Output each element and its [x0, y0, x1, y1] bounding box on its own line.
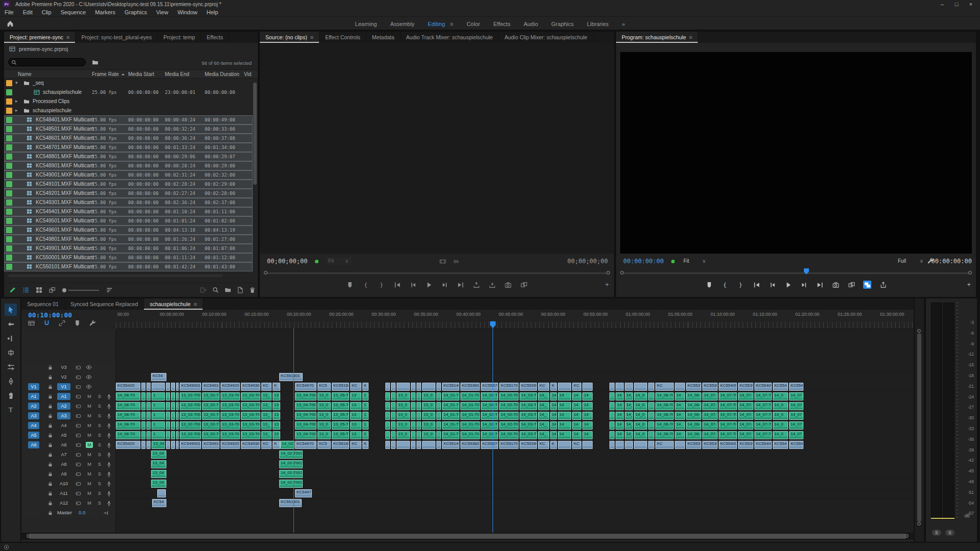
timeline-clip-video[interactable] — [385, 441, 390, 449]
lock-icon[interactable] — [47, 433, 53, 438]
transport-lift-button[interactable] — [473, 281, 481, 289]
timeline-clip-video[interactable]: KC54970 — [295, 383, 316, 391]
lock-icon[interactable] — [47, 404, 53, 409]
timeline-clip-audio[interactable]: 13_0 — [397, 402, 410, 410]
timeline-clip-audio[interactable] — [385, 402, 390, 410]
timeline-clip-audio[interactable] — [416, 431, 421, 439]
timeline-clip-video[interactable] — [422, 441, 435, 449]
timeline-clip-video[interactable] — [385, 383, 390, 391]
timeline-clip-video[interactable] — [146, 441, 151, 449]
timeline-clip-audio[interactable]: 14 — [582, 412, 593, 420]
timeline-clip-audio[interactable]: 14 — [582, 402, 593, 410]
program-resolution-select[interactable]: Full∨ — [898, 257, 923, 265]
timeline-clip-audio[interactable] — [141, 412, 145, 420]
timeline-clip-audio[interactable]: 13_03-T00 — [220, 402, 240, 410]
solo-left-button[interactable]: S — [932, 530, 941, 536]
timeline-clip-video[interactable]: KC554 — [789, 441, 803, 449]
patch-icon[interactable] — [76, 433, 81, 438]
label-color-chip[interactable] — [6, 236, 12, 242]
timeline-clip-video[interactable]: KC55390 — [702, 383, 718, 391]
timeline-clip-audio[interactable] — [171, 412, 175, 420]
track-target-a1[interactable]: A1 — [57, 393, 70, 400]
timeline-clip-video[interactable] — [166, 383, 170, 391]
transport-add-marker-button[interactable] — [705, 281, 713, 289]
timeline-clip-audio[interactable]: 13_02-T00 — [202, 402, 219, 410]
timeline-clip-audio[interactable]: 14_0 — [773, 402, 788, 410]
timeline-clip-audio[interactable]: 14_07 — [789, 421, 803, 430]
timeline-clip-audio[interactable]: 14_01-T00 — [442, 431, 459, 439]
menu-window[interactable]: Window — [173, 9, 202, 15]
timeline-clip-audio[interactable]: 13_0 — [422, 421, 435, 430]
solo-button-a9[interactable]: S — [96, 471, 103, 477]
timeline-clip-audio[interactable] — [436, 431, 441, 439]
timeline-clip-audio[interactable]: 14_01-T00 — [442, 402, 459, 410]
track-header-master[interactable]: Master0.0 — [21, 508, 116, 518]
program-current-timecode[interactable]: 00:00:00:00 — [623, 258, 664, 265]
timeline-clip-video[interactable] — [625, 383, 633, 391]
timeline-clip-audio[interactable]: 14 — [616, 392, 624, 400]
timeline-clip-video[interactable]: KC — [655, 441, 674, 449]
timeline-clip-audio[interactable]: 14 — [675, 412, 685, 420]
timeline-clip-video[interactable]: K — [550, 441, 557, 449]
timeline-link-button[interactable] — [59, 320, 65, 328]
timeline-clip-video[interactable] — [397, 383, 410, 391]
timeline-clip-audio[interactable]: 14_01-T00 — [460, 402, 480, 410]
timeline-clip-video[interactable]: KC55400 — [754, 441, 772, 449]
timeline-clip-video[interactable]: KC551701 — [499, 383, 519, 391]
timeline-clip-audio[interactable] — [166, 402, 170, 410]
patch-icon[interactable] — [76, 384, 81, 390]
timeline-clip-audio[interactable]: 14 — [675, 392, 685, 400]
timeline-clip-audio[interactable]: 14_07-T — [702, 402, 718, 410]
timeline-clip-audio[interactable]: 14_01-T00 — [442, 412, 459, 420]
column-header-media-end[interactable]: Media End — [165, 71, 189, 77]
timeline-clip-video[interactable]: KC549101 — [202, 383, 219, 391]
timeline-clip-audio[interactable]: 13_03-T00 — [241, 421, 260, 430]
timeline-clip-audio[interactable]: 14_07-T0 — [719, 431, 737, 439]
timeline-clip-video[interactable]: KC551601 — [332, 441, 349, 449]
transport-comparison-view-button[interactable] — [520, 281, 528, 289]
track-header-a2[interactable]: A2A2MS — [21, 402, 116, 411]
track-header-v1[interactable]: V1V1 — [21, 382, 116, 392]
timeline-clip-video[interactable] — [436, 441, 441, 449]
timeline-playhead[interactable] — [493, 321, 493, 533]
menu-file[interactable]: File — [0, 9, 18, 15]
timeline-clip-audio[interactable]: 13_0 — [422, 412, 435, 420]
solo-button-a7[interactable]: S — [96, 452, 103, 458]
timeline-clip-video[interactable]: KC — [350, 441, 361, 449]
close-button[interactable]: × — [964, 0, 978, 8]
timeline-clip-audio[interactable]: 14_07-T — [738, 402, 753, 410]
timeline-clip-audio[interactable]: 14_07-T — [738, 431, 753, 439]
tool-pen[interactable] — [5, 375, 17, 387]
timeline-clip-audio[interactable]: 14_01-T00 — [442, 392, 459, 400]
track-target-v3[interactable]: V3 — [57, 364, 70, 371]
timeline-clip-audio[interactable]: 14_03-T00 — [520, 412, 537, 420]
timeline-clip-audio[interactable]: 14_06-T0 — [686, 392, 701, 400]
timeline-clip-audio[interactable]: 14_06-T0 — [686, 402, 701, 410]
mute-button-a8[interactable]: M — [86, 461, 93, 467]
track-header-a4[interactable]: A4A4MS — [21, 421, 116, 431]
timeline-clip-audio[interactable] — [391, 431, 396, 439]
toolbar-automate-to-sequence-button[interactable] — [200, 287, 207, 294]
timeline-clip-audio[interactable] — [648, 402, 654, 410]
track-target-a3[interactable]: A3 — [57, 412, 70, 419]
drag-video-only-icon[interactable] — [439, 258, 446, 265]
mic-icon[interactable] — [106, 500, 112, 506]
timeline-clip-video[interactable]: KC — [261, 383, 272, 391]
timeline-clip-audio[interactable] — [176, 392, 179, 400]
timeline-clip-audio[interactable] — [411, 402, 415, 410]
lock-icon[interactable] — [47, 374, 53, 380]
timeline-clip-audio[interactable]: 14_0 — [634, 402, 647, 410]
timeline-clip-audio[interactable]: 13_02-T00 — [180, 392, 201, 400]
timeline-clip-audio[interactable]: 13_04-T001 — [295, 421, 316, 430]
track-target-a2[interactable]: A2 — [57, 403, 70, 410]
timeline-clip-audio[interactable] — [176, 412, 179, 420]
transport-comparison-view-button[interactable] — [847, 281, 855, 289]
track-header-v3[interactable]: V3 — [21, 363, 116, 372]
label-color-chip[interactable] — [6, 199, 12, 206]
timeline-clip-audio[interactable]: 14_ — [625, 431, 633, 439]
timeline-clip-audio[interactable]: 14_0 — [773, 421, 788, 430]
transport-go-to-in-button[interactable] — [394, 281, 402, 289]
timeline-clip-video[interactable] — [616, 441, 624, 449]
workspace-menu-icon[interactable]: ≡ — [450, 21, 453, 27]
timeline-clip-audio[interactable]: 13_04-T001 — [295, 412, 316, 420]
